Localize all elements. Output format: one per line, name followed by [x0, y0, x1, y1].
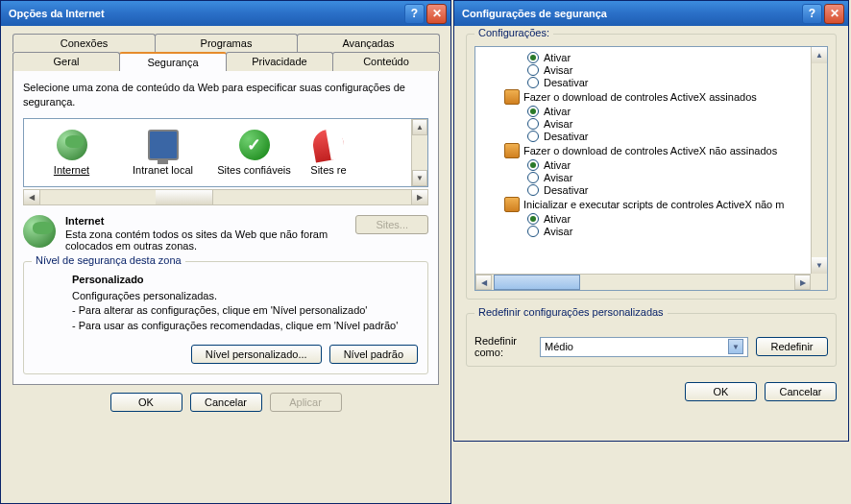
tab-connections[interactable]: Conexões [12, 34, 156, 52]
radio-option[interactable]: Desativar [527, 77, 827, 88]
group-title: Redefinir configurações personalizadas [474, 306, 668, 318]
level-desc-1: Configurações personalizadas. [72, 289, 418, 303]
tab-privacy[interactable]: Privacidade [226, 52, 333, 71]
ok-button[interactable]: OK [685, 382, 757, 401]
titlebar[interactable]: Configurações de segurança ? ✕ [454, 1, 848, 26]
radio-option[interactable]: Avisar [527, 64, 827, 76]
settings-tree[interactable]: Ativar Avisar Desativar Fazer o download… [474, 46, 828, 291]
zone-list[interactable]: Internet Intranet local ✓ Sites confiáve… [23, 118, 428, 187]
internet-options-window: Opções da Internet ? ✕ Conexões Programa… [0, 0, 451, 504]
radio-icon [527, 159, 539, 171]
radio-icon [527, 118, 539, 130]
scroll-left-icon[interactable]: ◀ [24, 190, 40, 204]
security-level-group: Nível de segurança desta zona Personaliz… [23, 261, 428, 374]
category-icon [504, 89, 520, 105]
scroll-up-icon[interactable]: ▲ [412, 119, 427, 135]
scroll-down-icon[interactable]: ▼ [412, 170, 427, 186]
category-icon [504, 197, 520, 212]
radio-icon [527, 226, 539, 237]
settings-group: Configurações: Ativar Avisar Desativar F… [466, 34, 837, 300]
zone-restricted[interactable]: Sites re [300, 130, 357, 176]
zone-intranet[interactable]: Intranet local [117, 130, 208, 176]
zone-internet[interactable]: Internet [26, 130, 117, 176]
zone-description: Internet Esta zona contém todos os sites… [23, 215, 428, 252]
globe-icon-large [23, 215, 56, 248]
tab-content[interactable]: Conteúdo [332, 52, 440, 71]
radio-icon [527, 131, 539, 142]
combo-value: Médio [545, 341, 573, 352]
globe-icon [57, 130, 87, 160]
radio-option[interactable]: Avisar [527, 118, 827, 130]
custom-level-button[interactable]: Nível personalizado... [191, 345, 322, 364]
radio-option[interactable]: Avisar [527, 172, 827, 183]
dialog-buttons: OK Cancelar Aplicar [12, 385, 439, 412]
tree-vscroll[interactable]: ▲ ▼ [811, 47, 827, 290]
radio-option[interactable]: Ativar [527, 159, 827, 171]
close-button[interactable]: ✕ [824, 4, 844, 24]
scroll-up-icon[interactable]: ▲ [812, 47, 827, 63]
zone-instruction: Selecione uma zona de conteúdo da Web pa… [23, 81, 428, 110]
cancel-button[interactable]: Cancelar [765, 382, 837, 401]
scroll-right-icon[interactable]: ▶ [411, 190, 427, 204]
radio-icon [527, 184, 539, 196]
tree-hscroll[interactable]: ◀ ▶ [475, 274, 811, 290]
tab-general[interactable]: Geral [12, 52, 120, 71]
radio-icon [527, 77, 539, 88]
chevron-down-icon[interactable]: ▼ [728, 339, 743, 354]
cancel-button[interactable]: Cancelar [190, 393, 262, 412]
close-button[interactable]: ✕ [426, 4, 447, 24]
security-panel: Selecione uma zona de conteúdo da Web pa… [12, 70, 439, 385]
zone-name: Internet [65, 215, 346, 227]
window-title: Opções da Internet [9, 8, 404, 19]
radio-option[interactable]: Ativar [527, 213, 827, 225]
zone-vscroll[interactable]: ▲ ▼ [411, 119, 427, 186]
zone-trusted[interactable]: ✓ Sites confiáveis [208, 130, 300, 176]
apply-button: Aplicar [270, 393, 342, 412]
level-name: Personalizado [72, 274, 418, 285]
radio-icon [527, 52, 539, 63]
sites-button: Sites... [355, 215, 428, 234]
reset-label: Redefinir como: [474, 335, 532, 358]
window-title: Configurações de segurança [462, 8, 802, 19]
group-title: Nível de segurança desta zona [32, 254, 185, 266]
radio-icon [527, 64, 539, 76]
scroll-thumb[interactable] [156, 190, 213, 204]
monitor-icon [148, 130, 179, 160]
radio-option[interactable]: Ativar [527, 106, 827, 117]
reset-button[interactable]: Redefinir [756, 337, 828, 356]
check-icon: ✓ [239, 130, 270, 160]
help-button[interactable]: ? [404, 4, 425, 24]
radio-option[interactable]: Desativar [527, 184, 827, 196]
scroll-down-icon[interactable]: ▼ [812, 257, 827, 274]
radio-option[interactable]: Avisar [527, 226, 827, 237]
category-unsigned-activex: Fazer o download de controles ActiveX nã… [504, 143, 827, 158]
tab-security[interactable]: Segurança [119, 52, 227, 71]
scroll-left-icon[interactable]: ◀ [475, 275, 492, 290]
reset-group: Redefinir configurações personalizadas R… [466, 313, 837, 367]
zone-desc-text: Esta zona contém todos os sites da Web q… [65, 228, 346, 252]
scroll-thumb[interactable] [494, 275, 580, 290]
radio-icon [527, 172, 539, 183]
tab-row-bottom: Geral Segurança Privacidade Conteúdo [12, 52, 439, 71]
tab-programs[interactable]: Programas [155, 34, 298, 52]
reset-combo[interactable]: Médio ▼ [540, 337, 748, 357]
group-title: Configurações: [474, 27, 553, 38]
radio-icon [527, 213, 539, 225]
help-button[interactable]: ? [802, 4, 822, 24]
category-icon [504, 143, 520, 158]
zone-hscroll[interactable]: ◀ ▶ [23, 189, 428, 205]
ok-button[interactable]: OK [110, 393, 182, 412]
level-desc-2: - Para alterar as configurações, clique … [72, 303, 418, 318]
radio-icon [527, 106, 539, 117]
titlebar[interactable]: Opções da Internet ? ✕ [1, 1, 450, 26]
radio-option[interactable]: Ativar [527, 52, 827, 63]
default-level-button[interactable]: Nível padrão [329, 345, 418, 364]
tab-row-top: Conexões Programas Avançadas [12, 34, 439, 52]
radio-option[interactable]: Desativar [527, 131, 827, 142]
security-settings-window: Configurações de segurança ? ✕ Configura… [453, 0, 849, 442]
tab-advanced[interactable]: Avançadas [297, 34, 440, 52]
shield-icon [310, 127, 346, 162]
level-desc-3: - Para usar as configurações recomendada… [72, 319, 418, 333]
scroll-right-icon[interactable]: ▶ [794, 275, 811, 290]
category-init-scripts: Inicializar e executar scripts de contro… [504, 197, 827, 212]
